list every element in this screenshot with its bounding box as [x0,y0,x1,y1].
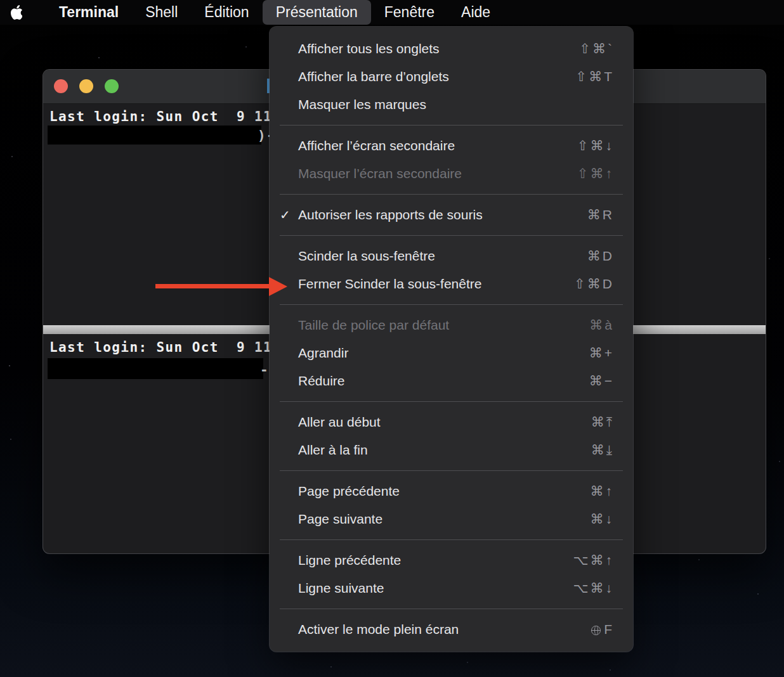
menu-item-line-down[interactable]: Ligne suivante ⌥⌘↓ [270,574,633,602]
menu-item-label: Taille de police par défaut [298,318,589,333]
menu-item-default-font-size: Taille de police par défaut ⌘à [270,311,633,339]
menu-item-smaller[interactable]: Réduire ⌘− [270,367,633,395]
menu-item-label: Afficher tous les onglets [298,41,579,56]
menu-item-shortcut: ⌥⌘↑ [573,553,614,568]
terminal-output-line: Last login: Sun Oct 9 11 [49,109,272,124]
menu-item-shortcut: ⇧⌘` [579,41,614,56]
menu-item-label: Ligne suivante [298,581,573,596]
menu-item-shortcut: ⌘à [589,318,614,333]
menu-item-page-up[interactable]: Page précédente ⌘↑ [270,477,633,505]
close-window-button[interactable] [54,79,68,93]
menu-item-shortcut: F [591,622,614,637]
menu-item-show-tab-bar[interactable]: Afficher la barre d’onglets ⇧⌘T [270,63,633,91]
menu-item-shortcut: ⌘⤒ [591,415,614,430]
menu-separator [280,235,623,236]
menu-item-hide-marks[interactable]: Masquer les marques [270,91,633,119]
menu-item-label: Afficher l’écran secondaire [298,138,577,153]
menu-item-close-split-pane[interactable]: Fermer Scinder la sous-fenêtre ⇧⌘D [270,270,633,298]
menu-separator [280,401,623,402]
menu-item-label: Page précédente [298,484,591,499]
menu-separator [280,539,623,540]
menu-item-label: Masquer les marques [298,97,614,112]
menu-item-label: Réduire [298,373,589,389]
apple-menu[interactable] [0,5,33,20]
menu-separator [280,609,623,609]
menu-item-shortcut: ⌘↓ [591,512,615,527]
menu-item-hide-secondary-screen: Masquer l’écran secondaire ⇧⌘↑ [270,160,633,188]
menubar-item-edition[interactable]: Édition [191,0,262,25]
menu-item-label: Aller à la fin [298,442,591,458]
menu-item-shortcut: ⇧⌘↑ [577,166,614,181]
globe-icon [591,626,601,635]
menu-item-shortcut: ⌥⌘↓ [573,581,614,596]
menu-item-show-secondary-screen[interactable]: Afficher l’écran secondaire ⇧⌘↓ [270,132,633,160]
menu-item-scroll-to-top[interactable]: Aller au début ⌘⤒ [270,408,633,436]
menu-item-shortcut: ⇧⌘T [576,69,614,84]
menubar-item-shell[interactable]: Shell [132,0,191,25]
menubar-item-aide[interactable]: Aide [448,0,504,25]
menu-item-shortcut: ⌘− [589,373,614,389]
menu-separator [280,125,623,126]
prompt-fragment: - [260,363,269,378]
minimize-window-button[interactable] [79,79,93,93]
apple-logo [11,5,23,20]
menu-item-allow-mouse-reporting[interactable]: ✓ Autoriser les rapports de souris ⌘R [270,201,633,229]
redacted-prompt-block [48,126,261,145]
menu-item-enter-full-screen[interactable]: Activer le mode plein écran F [270,616,633,643]
menu-item-shortcut: ⌘⤓ [591,442,614,458]
annotation-arrow-head [269,277,287,296]
menu-item-scroll-to-bottom[interactable]: Aller à la fin ⌘⤓ [270,436,633,464]
menubar-item-fenetre[interactable]: Fenêtre [371,0,448,25]
menu-item-shortcut: ⌘R [587,207,614,222]
presentation-menu: Afficher tous les onglets ⇧⌘` Afficher l… [270,27,633,652]
menu-separator [280,304,623,305]
menu-item-shortcut: ⌘+ [589,345,614,361]
terminal-output-line: Last login: Sun Oct 9 11 [49,340,272,355]
menu-bar: Terminal Shell Édition Présentation Fenê… [0,0,784,25]
redacted-prompt-block [48,358,263,379]
menu-item-label: Scinder la sous-fenêtre [298,248,587,264]
menu-item-show-all-tabs[interactable]: Afficher tous les onglets ⇧⌘` [270,35,633,63]
menu-item-label: Ligne précédente [298,553,573,568]
checkmark-icon: ✓ [280,207,291,222]
menu-item-label: Activer le mode plein écran [298,622,591,637]
annotation-arrow-shaft [155,284,271,288]
menu-item-label: Fermer Scinder la sous-fenêtre [298,276,574,292]
menu-item-shortcut: ⌘↑ [591,484,615,499]
menu-item-page-down[interactable]: Page suivante ⌘↓ [270,505,633,533]
menu-separator [280,194,623,195]
desktop: Terminal Shell Édition Présentation Fenê… [0,0,784,677]
menu-separator [280,470,623,471]
menubar-item-terminal[interactable]: Terminal [46,0,132,25]
menu-item-label: Aller au début [298,415,591,430]
menu-item-shortcut: ⌘D [587,248,614,264]
zoom-window-button[interactable] [105,79,119,93]
menu-item-label: Page suivante [298,512,591,527]
menu-item-label: Masquer l’écran secondaire [298,166,577,181]
menu-item-shortcut: ⇧⌘↓ [577,138,614,153]
menu-item-bigger[interactable]: Agrandir ⌘+ [270,339,633,367]
menu-item-label: Autoriser les rapports de souris [298,207,587,222]
menubar-item-presentation[interactable]: Présentation [263,0,371,25]
menu-item-shortcut: ⇧⌘D [574,276,614,292]
menu-item-split-pane[interactable]: Scinder la sous-fenêtre ⌘D [270,242,633,270]
menu-item-line-up[interactable]: Ligne précédente ⌥⌘↑ [270,546,633,574]
menu-item-label: Agrandir [298,345,589,361]
menu-item-label: Afficher la barre d’onglets [298,69,576,84]
